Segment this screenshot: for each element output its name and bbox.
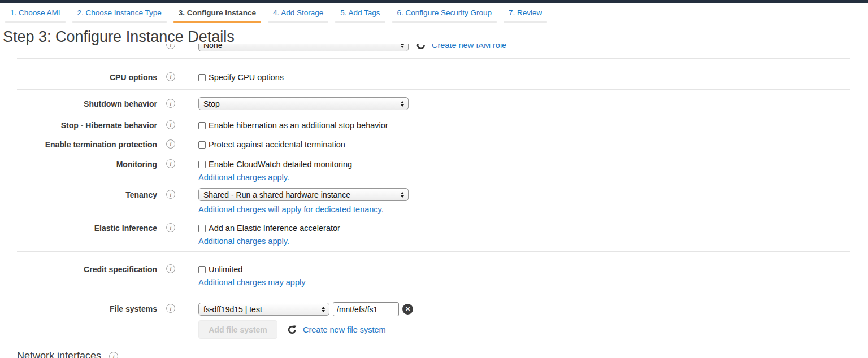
info-icon[interactable]: i — [166, 264, 175, 273]
specify-cpu-options-text: Specify CPU options — [209, 73, 284, 82]
tab-add-storage[interactable]: 4. Add Storage — [273, 8, 323, 23]
info-icon[interactable]: i — [166, 190, 175, 199]
divider — [17, 89, 850, 90]
tab-choose-instance-type[interactable]: 2. Choose Instance Type — [77, 8, 162, 23]
divider — [17, 251, 850, 252]
info-icon[interactable]: i — [166, 223, 175, 232]
tab-configure-security-group[interactable]: 6. Configure Security Group — [397, 8, 492, 23]
select-arrows-icon — [401, 101, 404, 107]
monitoring-label: Monitoring — [0, 158, 157, 169]
info-icon[interactable]: i — [166, 159, 175, 168]
file-systems-label: File systems — [0, 302, 157, 313]
shutdown-behavior-select[interactable]: Stop — [198, 97, 409, 110]
tenancy-value: Shared - Run a shared hardware instance — [203, 190, 350, 199]
specify-cpu-options-checkbox[interactable] — [198, 74, 206, 81]
unlimited-credit-checkbox[interactable] — [198, 266, 206, 273]
enable-hibernation-checkbox[interactable] — [198, 122, 206, 129]
divider — [17, 294, 850, 294]
cloudwatch-monitoring-checkbox[interactable] — [198, 161, 206, 168]
shutdown-behavior-value: Stop — [203, 99, 220, 108]
elastic-inference-checkbox[interactable] — [198, 225, 206, 232]
info-icon[interactable]: i — [166, 72, 175, 81]
monitoring-charges-link[interactable]: Additional charges apply. — [198, 173, 352, 182]
credit-specification-label: Credit specification — [0, 263, 157, 274]
divider — [17, 58, 850, 59]
mount-point-input[interactable] — [333, 302, 399, 316]
create-file-system-link[interactable]: Create new file system — [303, 325, 386, 334]
tab-configure-instance[interactable]: 3. Configure Instance — [179, 8, 256, 23]
network-interfaces-section: Network interfaces i — [17, 350, 118, 358]
shutdown-behavior-row: Shutdown behavior i Stop — [0, 97, 868, 110]
tab-choose-ami[interactable]: 1. Choose AMI — [10, 8, 60, 23]
termination-protection-row: Enable termination protection i Protect … — [0, 138, 868, 149]
elastic-inference-text: Add an Elastic Inference accelerator — [209, 224, 340, 233]
elastic-inference-row: Elastic Inference i Add an Elastic Infer… — [0, 221, 868, 246]
info-icon[interactable]: i — [166, 99, 175, 108]
cpu-options-row: CPU options i Specify CPU options — [0, 71, 868, 82]
enable-hibernation-text: Enable hibernation as an additional stop… — [209, 121, 388, 130]
unlimited-credit-text: Unlimited — [209, 265, 242, 274]
tenancy-charges-link[interactable]: Additional charges will apply for dedica… — [198, 205, 409, 214]
refresh-icon[interactable] — [287, 325, 297, 335]
elastic-inference-charges-link[interactable]: Additional charges apply. — [198, 237, 340, 246]
file-system-value: fs-dff19d15 | test — [203, 305, 262, 314]
termination-protection-text: Protect against accidental termination — [209, 140, 345, 149]
configure-instance-page: i None Create new IAM role CPU options i… — [0, 0, 868, 358]
hibernate-behavior-label: Stop - Hibernate behavior — [0, 119, 157, 130]
termination-protection-label: Enable termination protection — [0, 138, 157, 149]
remove-file-system-icon[interactable]: ✕ — [402, 304, 413, 315]
shutdown-behavior-label: Shutdown behavior — [0, 97, 157, 108]
network-interfaces-title: Network interfaces — [17, 350, 101, 358]
file-system-select[interactable]: fs-dff19d15 | test — [198, 303, 329, 316]
select-arrows-icon — [322, 307, 325, 312]
select-arrows-icon — [401, 192, 404, 198]
monitoring-row: Monitoring i Enable CloudWatch detailed … — [0, 158, 868, 182]
wizard-header: 1. Choose AMI 2. Choose Instance Type 3.… — [0, 0, 868, 44]
wizard-step-tabs: 1. Choose AMI 2. Choose Instance Type 3.… — [0, 3, 868, 23]
info-icon[interactable]: i — [166, 120, 175, 129]
file-systems-row: File systems i fs-dff19d15 | test ✕ Add … — [0, 302, 868, 339]
tenancy-row: Tenancy i Shared - Run a shared hardware… — [0, 188, 868, 214]
info-icon[interactable]: i — [109, 352, 118, 358]
elastic-inference-label: Elastic Inference — [0, 221, 157, 233]
cloudwatch-monitoring-text: Enable CloudWatch detailed monitoring — [209, 160, 352, 169]
page-title: Step 3: Configure Instance Details — [3, 28, 235, 46]
tenancy-select[interactable]: Shared - Run a shared hardware instance — [198, 188, 409, 201]
info-icon[interactable]: i — [166, 139, 175, 149]
tab-review[interactable]: 7. Review — [509, 8, 542, 23]
tenancy-label: Tenancy — [0, 188, 157, 199]
add-file-system-button[interactable]: Add file system — [198, 320, 277, 339]
tab-add-tags[interactable]: 5. Add Tags — [340, 8, 380, 23]
credit-specification-row: Credit specification i Unlimited Additio… — [0, 263, 868, 287]
cpu-options-label: CPU options — [0, 71, 157, 82]
hibernate-behavior-row: Stop - Hibernate behavior i Enable hiber… — [0, 119, 868, 130]
credit-charges-link[interactable]: Additional charges may apply — [198, 278, 305, 287]
termination-protection-checkbox[interactable] — [198, 141, 206, 149]
info-icon[interactable]: i — [166, 304, 175, 313]
